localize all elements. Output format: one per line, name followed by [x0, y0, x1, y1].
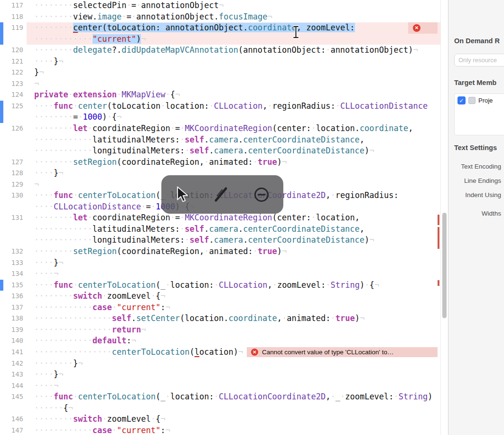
- code-line[interactable]: 140············default:¬: [0, 335, 440, 347]
- code-line[interactable]: 147············case·"current":¬: [0, 425, 440, 435]
- line-number[interactable]: 132: [0, 246, 27, 257]
- line-number[interactable]: 120: [0, 45, 27, 56]
- inline-error-badge[interactable]: ✕Cannot convert value of type 'CLLocatio…: [247, 347, 438, 357]
- line-number[interactable]: 137: [0, 302, 27, 313]
- code-line[interactable]: 132········setRegion(coordinateRegion,·a…: [0, 246, 440, 257]
- code-text: ····func·centerToLocation(_·location:·CL…: [27, 280, 440, 291]
- line-number[interactable]: 128: [0, 168, 27, 179]
- code-line[interactable]: 143····}¬: [0, 369, 440, 380]
- code-text: ············default:¬: [27, 335, 440, 347]
- code-line[interactable]: 124private·extension·MKMapView·{¬: [0, 89, 440, 101]
- text-cursor-icon: [292, 26, 300, 38]
- line-number[interactable]: 141: [0, 347, 27, 358]
- code-line[interactable]: 120········delegate?.didUpdateMapVCAnnot…: [0, 45, 440, 56]
- line-number[interactable]: [0, 112, 27, 123]
- resource-filter-input[interactable]: [454, 54, 504, 66]
- code-text: ········switch·zoomLevel·{¬: [27, 291, 440, 302]
- error-icon[interactable]: ✕: [413, 24, 420, 32]
- widths-label: Widths: [482, 210, 501, 217]
- line-number[interactable]: 117: [0, 0, 27, 11]
- code-line[interactable]: 126········let·coordinateRegion·=·MKCoor…: [0, 123, 440, 134]
- line-number[interactable]: 147: [0, 425, 27, 435]
- line-number[interactable]: 142: [0, 358, 27, 369]
- line-number[interactable]: [0, 145, 27, 157]
- code-line[interactable]: 136········switch·zoomLevel·{¬: [0, 291, 440, 302]
- code-line[interactable]: 133····}¬: [0, 257, 440, 269]
- code-line[interactable]: 144····¬: [0, 380, 440, 392]
- line-number[interactable]: 146: [0, 414, 27, 425]
- line-number[interactable]: 140: [0, 335, 27, 347]
- code-line[interactable]: 134····¬: [0, 268, 440, 280]
- code-text: ············case·"current":¬: [27, 302, 440, 313]
- code-line[interactable]: 125····func·center(toLocation·location:·…: [0, 101, 440, 112]
- line-number[interactable]: 123: [0, 78, 27, 90]
- line-number[interactable]: 133: [0, 257, 27, 269]
- code-text: ········let·coordinateRegion·=·MKCoordin…: [27, 123, 440, 134]
- line-number[interactable]: 126: [0, 123, 27, 134]
- line-number[interactable]: 136: [0, 291, 27, 302]
- line-number[interactable]: 119: [0, 22, 27, 34]
- code-text: ················centerToLocation(locatio…: [27, 347, 440, 358]
- code-line[interactable]: 119········center(toLocation:·annotation…: [0, 22, 440, 34]
- line-number[interactable]: 125: [0, 101, 27, 112]
- code-line[interactable]: ········=·1000)·{¬: [0, 112, 440, 123]
- code-text: ····func·center(toLocation·location:·CLL…: [27, 101, 440, 112]
- error-icon: ✕: [251, 349, 258, 356]
- code-editor[interactable]: 117········selectedPin·=·annotationObjec…: [0, 0, 440, 435]
- line-number[interactable]: [0, 224, 27, 235]
- code-line[interactable]: 122}¬: [0, 67, 440, 78]
- code-line[interactable]: 138················self.setCenter(locati…: [0, 313, 440, 324]
- code-text: ········setRegion(coordinateRegion,·anim…: [27, 157, 440, 168]
- checkbox-checked-icon[interactable]: ✓: [457, 96, 466, 104]
- line-number[interactable]: 138: [0, 313, 27, 324]
- scrollbar-track[interactable]: [440, 0, 448, 435]
- code-line[interactable]: ············longitudinalMeters:·self.cam…: [0, 235, 440, 246]
- code-line[interactable]: 135····func·centerToLocation(_·location:…: [0, 280, 440, 291]
- change-bar-icon: [0, 101, 3, 112]
- code-line[interactable]: ············longitudinalMeters:·self.cam…: [0, 145, 440, 157]
- line-number[interactable]: 131: [0, 212, 27, 224]
- line-number[interactable]: 134: [0, 268, 27, 280]
- code-line[interactable]: 145····func·centerToLocation(_·location:…: [0, 391, 440, 403]
- code-text: ····func·centerToLocation(_·location:·CL…: [27, 391, 440, 403]
- line-endings-label: Line Endings: [464, 177, 501, 184]
- line-number[interactable]: 139: [0, 324, 27, 336]
- code-line[interactable]: ············latitudinalMeters:·self.came…: [0, 134, 440, 146]
- code-line[interactable]: 127········setRegion(coordinateRegion,·a…: [0, 157, 440, 168]
- code-line[interactable]: 131········let·coordinateRegion·=·MKCoor…: [0, 212, 440, 224]
- code-text: ········view.image·=·annotationObject.fo…: [27, 11, 440, 23]
- scrollbar-thumb[interactable]: [442, 213, 447, 318]
- line-number[interactable]: 118: [0, 11, 27, 23]
- line-number[interactable]: [0, 134, 27, 146]
- line-number[interactable]: [0, 403, 27, 414]
- code-rows: 117········selectedPin·=·annotationObjec…: [0, 0, 440, 435]
- code-line[interactable]: 142········}¬: [0, 358, 440, 369]
- code-line[interactable]: ············latitudinalMeters:·self.came…: [0, 224, 440, 235]
- line-number[interactable]: 130: [0, 190, 27, 201]
- target-membership-row[interactable]: ✓ Proje: [455, 94, 504, 107]
- code-line[interactable]: 141················centerToLocation(loca…: [0, 347, 440, 358]
- line-number[interactable]: 124: [0, 89, 27, 101]
- code-line[interactable]: 118········view.image·=·annotationObject…: [0, 11, 440, 23]
- line-number[interactable]: 143: [0, 369, 27, 380]
- code-line[interactable]: 146········switch·zoomLevel·{¬: [0, 414, 440, 425]
- line-number[interactable]: [0, 34, 27, 45]
- line-number[interactable]: 121: [0, 56, 27, 67]
- code-line[interactable]: 123¬: [0, 78, 440, 90]
- target-name-label: Proje: [478, 97, 493, 104]
- line-number[interactable]: 145: [0, 391, 27, 403]
- line-number[interactable]: 127: [0, 157, 27, 168]
- line-number[interactable]: 135: [0, 280, 27, 291]
- line-number[interactable]: 129: [0, 179, 27, 190]
- code-line[interactable]: ············"current")¬: [0, 34, 440, 45]
- code-line[interactable]: 137············case·"current":¬: [0, 302, 440, 313]
- line-number[interactable]: [0, 201, 27, 213]
- line-number[interactable]: 122: [0, 67, 27, 78]
- code-line[interactable]: 139················return¬: [0, 324, 440, 336]
- line-number[interactable]: [0, 235, 27, 246]
- inspector-panel: On Demand R Target Memb ✓ Proje Text Set…: [448, 0, 504, 435]
- code-line[interactable]: 121····}¬: [0, 56, 440, 67]
- code-line[interactable]: 117········selectedPin·=·annotationObjec…: [0, 0, 440, 11]
- line-number[interactable]: 144: [0, 380, 27, 392]
- code-line[interactable]: ······{¬: [0, 403, 440, 414]
